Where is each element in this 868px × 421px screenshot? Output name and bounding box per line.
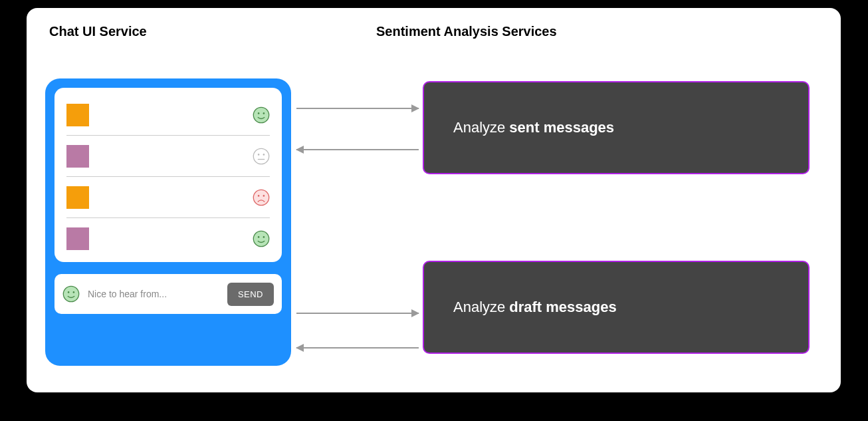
svg-point-2 [263,112,265,114]
arrow-to-draft-service [296,313,419,314]
service-label-prefix: Analyze [453,299,505,316]
avatar-icon [66,145,89,168]
analyze-draft-service: Analyze draft messages [423,261,810,354]
happy-face-icon [253,106,270,124]
analyze-sent-service: Analyze sent messages [423,81,810,174]
svg-point-7 [253,190,269,205]
sad-face-icon [253,189,270,206]
svg-point-9 [263,195,265,197]
neutral-face-icon [253,148,270,165]
svg-point-15 [73,291,75,293]
sentiment-services-title: Sentiment Analysis Services [376,24,557,39]
svg-point-8 [258,195,260,197]
happy-face-icon [253,230,270,247]
message-list [54,88,282,262]
svg-point-13 [63,286,78,301]
svg-point-14 [68,291,70,293]
compose-bar: Nice to hear from... SEND [54,274,282,314]
send-button[interactable]: SEND [227,283,274,306]
svg-point-11 [258,236,260,238]
avatar-icon [66,186,89,209]
compose-input[interactable]: Nice to hear from... [88,289,219,299]
arrow-to-sent-service [296,108,419,109]
message-row [66,177,270,218]
svg-point-3 [253,148,269,164]
avatar-icon [66,104,89,126]
happy-face-icon [62,285,80,303]
chat-service-title: Chat UI Service [49,24,147,39]
svg-point-5 [263,154,265,156]
service-label-bold: draft messages [509,299,616,316]
diagram-canvas: Chat UI Service Sentiment Analysis Servi… [27,8,841,392]
service-label-bold: sent messages [509,119,614,136]
svg-point-12 [263,236,265,238]
message-row [66,94,270,136]
message-row [66,218,270,259]
arrow-from-draft-service [296,347,419,349]
message-row [66,136,270,177]
svg-point-0 [253,107,269,122]
svg-point-1 [258,112,260,114]
svg-point-10 [253,231,269,246]
service-label-prefix: Analyze [453,119,505,136]
avatar-icon [66,227,89,250]
arrow-from-sent-service [296,149,419,150]
svg-point-4 [258,154,260,156]
chat-ui-panel: Nice to hear from... SEND [45,78,291,366]
